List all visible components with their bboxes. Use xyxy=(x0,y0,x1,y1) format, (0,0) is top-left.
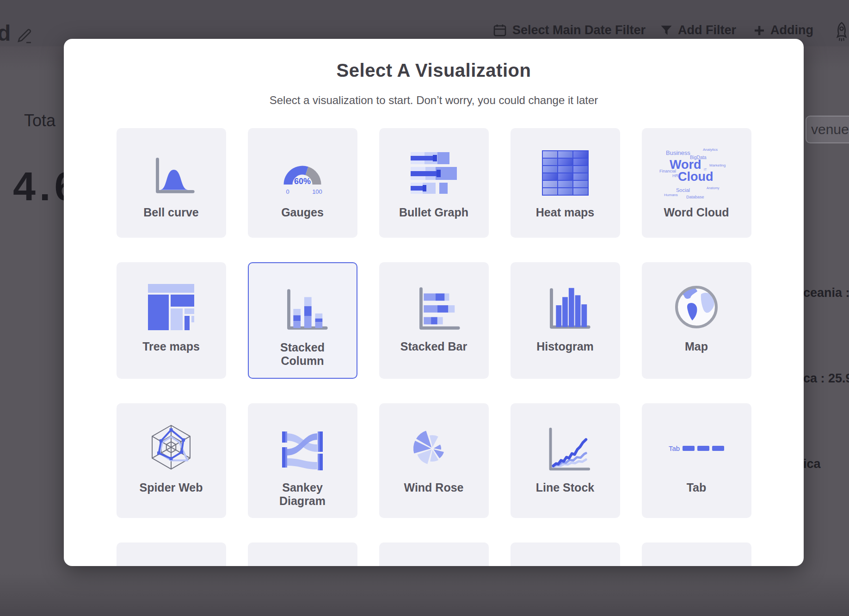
tile-label: Bell curve xyxy=(143,206,199,219)
tile-label: Heat maps xyxy=(536,206,594,219)
word-cloud-icon: Business Analytics BigData Word Marketin… xyxy=(658,140,735,206)
legend-item: ca : 25.95 xyxy=(803,371,849,386)
add-filter-label: Add Filter xyxy=(678,23,736,37)
viz-tile-heat-maps[interactable]: Heat maps xyxy=(511,128,620,238)
viz-tile-stacked-bar[interactable]: Stacked Bar xyxy=(379,262,489,379)
sankey-icon xyxy=(275,415,330,481)
viz-tile-partial[interactable] xyxy=(117,542,226,566)
viz-tile-partial[interactable] xyxy=(642,542,751,566)
histogram-icon xyxy=(537,274,593,340)
viz-tile-spider-web[interactable]: Spider Web xyxy=(117,403,226,518)
tile-label: Bullet Graph xyxy=(399,206,468,219)
word-cloud-word: Cloud xyxy=(678,170,713,184)
viz-tile-gauges[interactable]: 60% 0 100 Gauges xyxy=(248,128,357,238)
backdrop-total-label: Tota xyxy=(24,111,55,130)
add-filter-button[interactable]: Add Filter xyxy=(660,23,736,37)
legend-item: ceania : 8 xyxy=(803,286,849,300)
tile-label: Wind Rose xyxy=(404,481,464,494)
backdrop-bottom-fade xyxy=(0,573,849,616)
modal-title: Select A Visualization xyxy=(115,59,752,81)
viz-tile-word-cloud[interactable]: Business Analytics BigData Word Marketin… xyxy=(642,128,751,238)
globe-icon xyxy=(669,274,724,340)
calendar-icon xyxy=(493,24,507,37)
tile-label: Word Cloud xyxy=(664,206,729,219)
word-cloud-word: Social xyxy=(676,187,690,193)
tile-label: Line Stock xyxy=(536,481,594,494)
viz-tile-sankey-diagram[interactable]: Sankey Diagram xyxy=(248,403,357,518)
word-cloud-word: Analytics xyxy=(703,148,718,152)
legend-item: ica xyxy=(803,457,821,471)
word-cloud-word: Anatomy xyxy=(707,186,720,190)
dashboard-title-fragment: d xyxy=(0,20,11,46)
select-main-date-filter-button[interactable]: Select Main Date Filter xyxy=(493,23,646,37)
tile-label: Histogram xyxy=(536,340,594,353)
tile-label: Tab xyxy=(687,481,707,494)
modal-subtitle: Select a visualization to start. Don’t w… xyxy=(115,93,752,107)
revenue-chip[interactable]: venue xyxy=(806,116,849,143)
tile-label: Map xyxy=(685,340,708,353)
viz-tile-bell-curve[interactable]: Bell curve xyxy=(117,128,226,238)
stacked-column-icon xyxy=(275,275,330,341)
app-root: d Select Main Date Filter Add Filter Add… xyxy=(0,0,849,616)
word-cloud-word: Database xyxy=(686,195,704,199)
gauge-min: 0 xyxy=(286,188,289,195)
revenue-chip-label: venue xyxy=(811,122,849,137)
word-cloud-word: Business xyxy=(666,149,690,156)
bullet-graph-icon xyxy=(406,140,461,206)
tile-label: Spider Web xyxy=(139,481,203,494)
tab-icon: Tab xyxy=(669,415,724,481)
adding-label: Adding xyxy=(770,23,813,37)
tree-map-icon xyxy=(148,274,194,340)
word-cloud-word: Marketing xyxy=(709,163,726,167)
viz-tile-histogram[interactable]: Histogram xyxy=(511,262,620,379)
viz-tile-line-stock[interactable]: Line Stock xyxy=(511,403,620,518)
viz-tile-tree-maps[interactable]: Tree maps xyxy=(117,262,226,379)
wind-rose-icon xyxy=(404,415,464,481)
viz-tile-stacked-column[interactable]: Stacked Column xyxy=(248,262,357,379)
viz-tile-wind-rose[interactable]: Wind Rose xyxy=(379,403,489,518)
gauge-value: 60% xyxy=(294,177,311,186)
tab-icon-label: Tab xyxy=(669,444,680,452)
heat-map-icon xyxy=(542,140,589,206)
tile-label: Stacked Column xyxy=(263,341,342,368)
tile-label: Stacked Bar xyxy=(400,340,468,353)
viz-tile-bullet-graph[interactable]: Bullet Graph xyxy=(379,128,489,238)
plus-icon xyxy=(754,25,765,36)
tile-label: Tree maps xyxy=(142,340,200,353)
viz-tile-map[interactable]: Map xyxy=(642,262,751,379)
visualization-grid: Bell curve 60% 0 100 Gauges xyxy=(115,128,752,566)
word-cloud-word: Financial xyxy=(659,169,676,173)
bell-curve-icon xyxy=(144,140,198,206)
tile-label: Sankey Diagram xyxy=(263,481,342,508)
select-main-date-filter-label: Select Main Date Filter xyxy=(512,23,646,37)
edit-pencil-icon[interactable] xyxy=(17,26,34,44)
viz-tile-tab[interactable]: Tab Tab xyxy=(642,403,751,518)
word-cloud-word: Humans xyxy=(664,193,678,197)
rocket-icon[interactable] xyxy=(832,21,849,42)
select-visualization-modal: Select A Visualization Select a visualiz… xyxy=(64,39,804,566)
viz-tile-partial[interactable] xyxy=(511,542,620,566)
stacked-bar-icon xyxy=(406,274,461,340)
gauge-max: 100 xyxy=(312,188,322,195)
funnel-icon xyxy=(660,25,672,36)
viz-tile-partial[interactable] xyxy=(248,542,357,566)
tile-label: Gauges xyxy=(281,206,324,219)
gauge-icon: 60% 0 100 xyxy=(270,140,335,206)
adding-button[interactable]: Adding xyxy=(754,23,813,37)
line-stock-icon xyxy=(537,415,593,481)
spider-web-icon xyxy=(141,415,201,481)
viz-tile-partial[interactable] xyxy=(379,542,489,566)
